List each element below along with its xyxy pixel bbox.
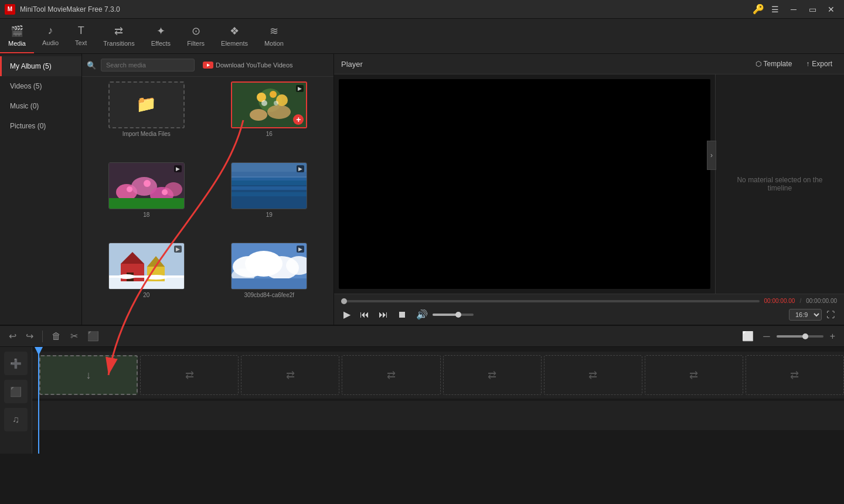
transition-slot-4[interactable]: ⇄ [443, 355, 542, 395]
search-icon: 🔍 [87, 61, 96, 70]
volume-bar[interactable] [433, 314, 474, 316]
media-label-16: 16 [266, 131, 273, 137]
player-title: Player [341, 60, 363, 69]
media-item-19[interactable]: ▶ 19 [210, 162, 329, 240]
media-label: Media [8, 40, 26, 47]
sidebar-item-music[interactable]: Music (0) [0, 96, 81, 116]
toolbar-item-effects[interactable]: ✦ Effects [143, 19, 179, 53]
settings-button[interactable]: ☰ [767, 4, 783, 15]
right-info-panel: No material selected on the timeline › [715, 74, 844, 294]
crop-button[interactable]: ⬛ [84, 329, 102, 343]
fullscreen-button[interactable]: ⛶ [824, 309, 837, 321]
cut-button[interactable]: ✂ [67, 329, 81, 343]
audio-track [32, 401, 844, 430]
zoom-in-button[interactable]: + [827, 329, 838, 343]
transition-slot-3[interactable]: ⇄ [342, 355, 440, 395]
video-clip-1[interactable]: ↓ [39, 355, 138, 395]
minimize-button[interactable]: ─ [785, 4, 802, 15]
close-button[interactable]: ✕ [823, 4, 839, 15]
svg-point-13 [165, 182, 182, 196]
skip-forward-button[interactable]: ⏭ [376, 308, 390, 321]
app-icon: M [5, 4, 15, 15]
undo-button[interactable]: ↩ [6, 329, 19, 343]
redo-button[interactable]: ↪ [23, 329, 36, 343]
filters-label: Filters [187, 40, 205, 47]
template-button[interactable]: ⬡ Template [751, 57, 797, 70]
timeline-toolbar: ↩ ↪ 🗑 ✂ ⬛ ⬜ ─ + [0, 326, 844, 347]
svg-point-14 [127, 186, 132, 192]
search-input[interactable] [101, 59, 195, 71]
player-container: Player ⬡ Template ↑ Export No material s… [334, 54, 844, 325]
zoom-controls: ⬜ ─ + [739, 329, 838, 343]
main-toolbar: 🎬 Media ♪ Audio T Text ⇄ Transitions ✦ E… [0, 19, 844, 54]
toolbar-item-motion[interactable]: ≋ Motion [256, 19, 292, 53]
stop-button[interactable]: ⏹ [395, 308, 409, 321]
svg-point-16 [162, 189, 168, 195]
timeline-tracks[interactable]: ↓ ⇄ ⇄ ⇄ ⇄ ⇄ ⇄ ⇄ [32, 347, 844, 454]
svg-point-35 [144, 275, 168, 280]
export-button[interactable]: ↑ Export [801, 57, 837, 70]
zoom-bar[interactable] [777, 335, 823, 338]
media-item-18[interactable]: ▶ 18 [87, 162, 206, 240]
add-track-button[interactable]: ➕ [4, 352, 28, 375]
media-grid: 📁 Import Media Files [82, 77, 333, 325]
transition-slot-1[interactable]: ⇄ [140, 355, 239, 395]
zoom-fit-button[interactable]: ⬜ [739, 329, 757, 343]
sidebar-item-pictures[interactable]: Pictures (0) [0, 116, 81, 136]
transition-slot-2[interactable]: ⇄ [241, 355, 339, 395]
import-media-item[interactable]: 📁 Import Media Files [87, 81, 206, 159]
toolbar-item-elements[interactable]: ❖ Elements [213, 19, 256, 53]
aspect-ratio-selector: 16:9 9:16 1:1 4:3 ⛶ [789, 309, 837, 321]
transition-slot-5[interactable]: ⇄ [544, 355, 642, 395]
media-search-bar: 🔍 Download YouTube Videos [82, 54, 333, 77]
player-body: No material selected on the timeline › [334, 74, 844, 294]
time-total: 00:00:00.00 [806, 298, 837, 304]
video-track-label[interactable]: ⬛ [4, 380, 28, 403]
audio-label: Audio [42, 39, 59, 46]
toolbar-item-media[interactable]: 🎬 Media [0, 19, 34, 53]
svg-point-15 [144, 180, 151, 187]
media-label-19: 19 [266, 212, 273, 218]
svg-rect-23 [232, 192, 307, 196]
zoom-fill [777, 335, 805, 338]
zoom-out-button[interactable]: ─ [760, 329, 772, 343]
playhead [38, 347, 39, 454]
audio-icon: ♪ [48, 25, 53, 37]
volume-icon[interactable]: 🔊 [414, 308, 430, 321]
toolbar-item-transitions[interactable]: ⇄ Transitions [95, 19, 142, 53]
sidebar-item-my-album[interactable]: My Album (5) [0, 56, 81, 76]
key-icon: 🔑 [753, 4, 764, 15]
media-item-20[interactable]: ▶ 20 [87, 243, 206, 320]
timeline-track-labels: ➕ ⬛ ♫ [0, 347, 32, 454]
youtube-download-button[interactable]: Download YouTube Videos [199, 59, 297, 71]
folder-icon: 📁 [136, 94, 156, 114]
toolbar-item-text[interactable]: T Text [67, 19, 95, 53]
media-thumb-309cbd84: ▶ [231, 243, 307, 290]
transitions-label: Transitions [103, 40, 134, 47]
effects-label: Effects [151, 40, 171, 47]
video-badge-20: ▶ [174, 246, 182, 253]
sidebar-item-videos[interactable]: Videos (5) [0, 76, 81, 96]
media-thumb-18: ▶ [108, 162, 185, 209]
video-thumbnail-20 [109, 243, 185, 290]
play-button[interactable]: ▶ [341, 308, 353, 321]
svg-point-8 [274, 101, 278, 105]
collapse-panel-button[interactable]: › [707, 141, 716, 170]
aspect-dropdown[interactable]: 16:9 9:16 1:1 4:3 [789, 309, 822, 321]
media-item-16[interactable]: ▶ + 16 [210, 81, 329, 159]
video-badge-16: ▶ [296, 85, 304, 92]
transition-slot-7[interactable]: ⇄ [746, 355, 844, 395]
toolbar-item-audio[interactable]: ♪ Audio [34, 19, 67, 53]
delete-button[interactable]: 🗑 [49, 329, 64, 343]
titlebar: M MiniTool MovieMaker Free 7.3.0 🔑 ☰ ─ ▭… [0, 0, 844, 19]
audio-track-label[interactable]: ♫ [4, 408, 28, 431]
svg-point-34 [118, 274, 135, 279]
progress-bar[interactable] [341, 300, 760, 302]
maximize-button[interactable]: ▭ [804, 4, 821, 15]
svg-point-3 [267, 105, 291, 119]
transition-slot-6[interactable]: ⇄ [645, 355, 743, 395]
skip-back-button[interactable]: ⏮ [358, 308, 372, 321]
media-item-309cbd84[interactable]: ▶ 309cbd84-ca6fee2f [210, 243, 329, 320]
toolbar-item-filters[interactable]: ⊙ Filters [179, 19, 213, 53]
player-controls: 00:00:00.00 / 00:00:00.00 ▶ ⏮ ⏭ ⏹ 🔊 [334, 294, 844, 325]
